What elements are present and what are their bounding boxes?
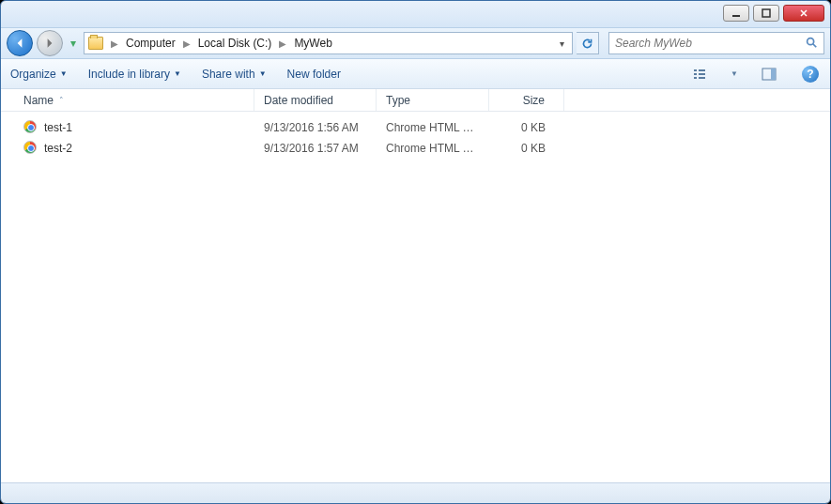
maximize-button[interactable] <box>753 5 779 22</box>
file-type: Chrome HTML Do... <box>377 121 489 134</box>
file-row[interactable]: test-1 9/13/2016 1:56 AM Chrome HTML Do.… <box>1 117 830 138</box>
column-header-type[interactable]: Type <box>377 89 489 111</box>
new-folder-button[interactable]: New folder <box>287 68 341 81</box>
svg-rect-5 <box>694 73 697 75</box>
titlebar <box>1 1 830 27</box>
svg-rect-10 <box>771 69 776 80</box>
svg-rect-8 <box>699 77 705 79</box>
status-bar <box>1 482 830 503</box>
chrome-file-icon <box>23 120 38 135</box>
history-dropdown[interactable]: ▾ <box>67 37 80 50</box>
organize-menu[interactable]: Organize▼ <box>10 68 68 81</box>
search-icon <box>805 36 818 52</box>
address-bar[interactable]: ▶ Computer ▶ Local Disk (C:) ▶ MyWeb ▾ <box>84 32 573 54</box>
back-button[interactable] <box>7 30 33 56</box>
arrow-left-icon <box>14 38 25 49</box>
forward-button[interactable] <box>37 30 63 56</box>
column-headers: Name˄ Date modified Type Size <box>1 89 830 112</box>
preview-pane-button[interactable] <box>759 64 779 84</box>
breadcrumb-item[interactable]: Local Disk (C:) <box>198 37 272 50</box>
help-button[interactable]: ? <box>800 64 821 84</box>
include-library-menu[interactable]: Include in library▼ <box>88 68 181 81</box>
svg-rect-3 <box>694 69 697 71</box>
file-row[interactable]: test-2 9/13/2016 1:57 AM Chrome HTML Do.… <box>1 138 830 159</box>
breadcrumb-item[interactable]: Computer <box>126 37 176 50</box>
view-icon <box>692 67 707 82</box>
share-with-menu[interactable]: Share with▼ <box>202 68 267 81</box>
breadcrumb-sep: ▶ <box>107 38 122 49</box>
search-box[interactable] <box>608 32 824 54</box>
file-size: 0 KB <box>489 121 564 134</box>
nav-bar: ▾ ▶ Computer ▶ Local Disk (C:) ▶ MyWeb ▾ <box>1 27 830 59</box>
explorer-window: ▾ ▶ Computer ▶ Local Disk (C:) ▶ MyWeb ▾… <box>0 0 831 504</box>
arrow-right-icon <box>44 38 55 49</box>
breadcrumb-sep: ▶ <box>179 38 194 49</box>
svg-rect-6 <box>699 73 705 75</box>
column-header-name[interactable]: Name˄ <box>1 89 254 111</box>
file-date: 9/13/2016 1:56 AM <box>254 121 377 134</box>
file-list: test-1 9/13/2016 1:56 AM Chrome HTML Do.… <box>1 112 830 482</box>
address-dropdown[interactable]: ▾ <box>556 38 568 49</box>
file-type: Chrome HTML Do... <box>377 142 489 155</box>
search-input[interactable] <box>615 37 818 50</box>
svg-rect-1 <box>762 9 770 17</box>
file-name: test-2 <box>44 142 72 155</box>
file-size: 0 KB <box>489 142 564 155</box>
view-dropdown[interactable]: ▼ <box>731 69 738 78</box>
refresh-icon <box>581 38 593 50</box>
file-name: test-1 <box>44 121 72 134</box>
file-date: 9/13/2016 1:57 AM <box>254 142 377 155</box>
folder-icon <box>88 37 103 50</box>
refresh-button[interactable] <box>577 32 599 54</box>
preview-pane-icon <box>762 67 777 82</box>
svg-rect-4 <box>699 69 705 71</box>
breadcrumb-item[interactable]: MyWeb <box>294 37 331 50</box>
breadcrumb-sep: ▶ <box>275 38 290 49</box>
svg-rect-7 <box>694 77 697 79</box>
column-header-date[interactable]: Date modified <box>254 89 377 111</box>
close-button[interactable] <box>783 5 824 22</box>
column-header-empty <box>564 89 830 111</box>
minimize-button[interactable] <box>723 5 749 22</box>
view-options-button[interactable] <box>689 64 710 84</box>
sort-caret-icon: ˄ <box>59 96 64 105</box>
svg-point-2 <box>808 38 814 44</box>
column-header-size[interactable]: Size <box>489 89 564 111</box>
chrome-file-icon <box>23 141 38 156</box>
help-icon: ? <box>802 66 819 83</box>
svg-rect-0 <box>732 15 740 17</box>
toolbar: Organize▼ Include in library▼ Share with… <box>1 59 830 89</box>
